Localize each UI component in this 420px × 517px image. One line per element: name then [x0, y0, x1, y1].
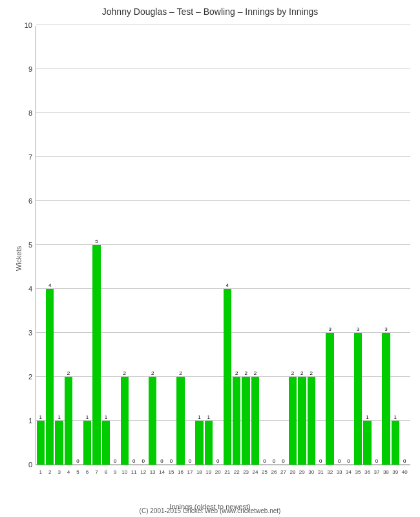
bar-22 — [233, 377, 240, 465]
chart-area: 0123456789101142132405165718092100110122… — [36, 26, 410, 465]
bar-value-19: 1 — [204, 414, 213, 420]
bar-value-13: 2 — [148, 370, 156, 376]
bar-8 — [102, 421, 110, 465]
bar-value-24: 2 — [251, 370, 259, 376]
x-tick-2: 2 — [45, 469, 54, 475]
chart-title: Johnny Douglas – Test – Bowling – Inning… — [0, 0, 420, 20]
x-tick-10: 10 — [120, 469, 129, 475]
copyright: (C) 2001-2015 Cricket Web (www.cricketwe… — [0, 507, 420, 514]
y-tick-4: 4 — [23, 285, 32, 293]
bar-value-28: 2 — [288, 370, 297, 376]
bar-value-21: 4 — [223, 282, 231, 288]
bar-value-11: 0 — [130, 458, 138, 464]
x-tick-36: 36 — [363, 469, 372, 475]
bar-value-31: 0 — [317, 458, 325, 464]
bar-value-39: 1 — [391, 414, 399, 420]
gridline-9 — [36, 69, 410, 69]
bar-19 — [205, 421, 213, 465]
x-tick-7: 7 — [92, 469, 101, 475]
bar-29 — [298, 377, 306, 465]
x-tick-4: 4 — [64, 469, 72, 475]
x-tick-12: 12 — [139, 469, 147, 475]
x-tick-32: 32 — [326, 469, 334, 475]
x-tick-27: 27 — [279, 469, 288, 475]
x-tick-29: 29 — [298, 469, 306, 475]
bar-value-12: 0 — [139, 458, 147, 464]
bar-10 — [121, 377, 129, 465]
bar-value-22: 2 — [232, 370, 240, 376]
bar-36 — [363, 421, 371, 465]
gridline-8 — [36, 112, 410, 113]
bar-6 — [83, 421, 91, 465]
bar-value-40: 0 — [401, 458, 409, 464]
y-tick-0: 0 — [23, 461, 32, 469]
x-tick-28: 28 — [288, 469, 297, 475]
y-tick-2: 2 — [23, 373, 32, 381]
bar-value-26: 0 — [269, 458, 278, 464]
bar-2 — [46, 289, 54, 465]
x-tick-26: 26 — [269, 469, 278, 475]
bar-16 — [176, 377, 184, 465]
bar-21 — [224, 289, 231, 465]
bar-value-27: 0 — [279, 458, 288, 464]
x-tick-8: 8 — [101, 469, 110, 475]
bar-value-38: 3 — [382, 326, 390, 332]
bar-24 — [251, 377, 259, 465]
x-tick-38: 38 — [382, 469, 390, 475]
y-tick-5: 5 — [23, 241, 32, 249]
x-tick-14: 14 — [158, 469, 166, 475]
bar-value-32: 3 — [326, 326, 334, 332]
bar-39 — [392, 421, 399, 465]
bar-value-37: 0 — [372, 458, 381, 464]
y-tick-9: 9 — [23, 65, 32, 73]
bar-1 — [37, 421, 45, 465]
bar-value-29: 2 — [298, 370, 306, 376]
bar-4 — [65, 377, 72, 465]
bar-23 — [242, 377, 249, 465]
bar-value-20: 0 — [214, 458, 222, 464]
x-tick-20: 20 — [214, 469, 222, 475]
bar-7 — [92, 245, 100, 465]
bar-3 — [55, 421, 63, 465]
x-tick-22: 22 — [232, 469, 240, 475]
bar-value-6: 1 — [83, 414, 91, 420]
x-tick-31: 31 — [317, 469, 325, 475]
y-tick-3: 3 — [23, 329, 32, 337]
bar-value-10: 2 — [120, 370, 129, 376]
x-tick-18: 18 — [195, 469, 204, 475]
gridline-6 — [36, 200, 410, 201]
bar-value-34: 0 — [344, 458, 353, 464]
chart-container: Johnny Douglas – Test – Bowling – Inning… — [0, 0, 420, 517]
bar-32 — [326, 333, 333, 465]
x-tick-9: 9 — [111, 469, 120, 475]
x-tick-11: 11 — [130, 469, 138, 475]
x-tick-16: 16 — [176, 469, 185, 475]
x-tick-1: 1 — [36, 469, 45, 475]
bar-value-5: 0 — [74, 458, 82, 464]
bar-value-1: 1 — [36, 414, 45, 420]
y-tick-8: 8 — [23, 109, 32, 117]
x-tick-15: 15 — [167, 469, 175, 475]
x-tick-30: 30 — [307, 469, 315, 475]
x-tick-25: 25 — [260, 469, 269, 475]
gridline-10 — [36, 25, 410, 25]
bar-13 — [149, 377, 156, 465]
x-tick-6: 6 — [83, 469, 91, 475]
x-tick-17: 17 — [185, 469, 194, 475]
bar-18 — [195, 421, 203, 465]
bar-30 — [308, 377, 315, 465]
bar-value-7: 5 — [92, 238, 101, 244]
y-tick-10: 10 — [23, 21, 32, 29]
bar-value-36: 1 — [363, 414, 372, 420]
bar-value-35: 3 — [353, 326, 362, 332]
x-tick-34: 34 — [344, 469, 353, 475]
bar-value-17: 0 — [185, 458, 194, 464]
x-tick-19: 19 — [204, 469, 213, 475]
x-tick-24: 24 — [251, 469, 259, 475]
x-tick-13: 13 — [148, 469, 156, 475]
bar-35 — [354, 333, 362, 465]
x-tick-21: 21 — [223, 469, 231, 475]
x-tick-23: 23 — [242, 469, 250, 475]
x-tick-39: 39 — [391, 469, 399, 475]
bar-value-2: 4 — [45, 282, 54, 288]
